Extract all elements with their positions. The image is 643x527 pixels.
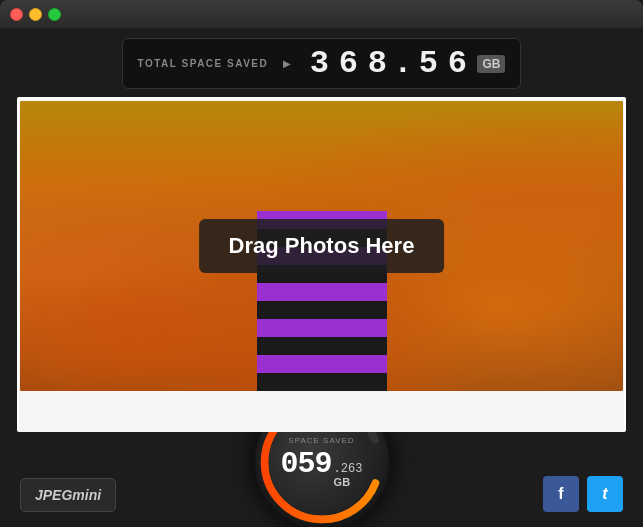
drag-overlay: Drag Photos Here — [199, 219, 445, 273]
gauge-value-row: 059 .263 GB — [281, 447, 363, 488]
traffic-lights — [10, 8, 61, 21]
title-bar — [0, 0, 643, 28]
gauge-unit: GB — [334, 476, 351, 488]
maximize-button[interactable] — [48, 8, 61, 21]
digit-1: 3 — [306, 45, 332, 82]
social-icons: f t — [543, 476, 623, 512]
facebook-button[interactable]: f — [543, 476, 579, 512]
bottom-section: JPEGmini SPACE — [20, 432, 623, 512]
stats-bar: TOTAL SPACE SAVED ▶ 3 6 8 . 5 6 GB — [122, 38, 522, 89]
drag-label: Drag Photos Here — [229, 233, 415, 258]
leg-left — [257, 171, 322, 391]
digit-4: 5 — [415, 45, 441, 82]
minimize-button[interactable] — [29, 8, 42, 21]
digit-2: 6 — [335, 45, 361, 82]
photo-area[interactable]: Drag Photos Here — [20, 101, 623, 432]
facebook-icon: f — [558, 485, 563, 503]
photo-main: Drag Photos Here — [20, 101, 623, 391]
main-container: TOTAL SPACE SAVED ▶ 3 6 8 . 5 6 GB — [0, 28, 643, 527]
logo-button[interactable]: JPEGmini — [20, 478, 116, 512]
counter-dot: . — [393, 45, 412, 82]
gauge-number: 059 — [281, 447, 332, 481]
counter-display: 3 6 8 . 5 6 GB — [306, 45, 505, 82]
counter-unit: GB — [477, 55, 505, 73]
digit-3: 8 — [364, 45, 390, 82]
digit-5: 6 — [444, 45, 470, 82]
play-icon: ▶ — [283, 58, 291, 69]
gauge-decimal-number: .263 — [334, 462, 363, 476]
close-button[interactable] — [10, 8, 23, 21]
gauge-decimal: .263 GB — [334, 462, 363, 488]
gauge-label: SPACE SAVED — [288, 436, 354, 445]
twitter-icon: t — [602, 485, 607, 503]
stats-label: TOTAL SPACE SAVED — [138, 58, 269, 69]
twitter-button[interactable]: t — [587, 476, 623, 512]
leg-right — [322, 171, 387, 391]
